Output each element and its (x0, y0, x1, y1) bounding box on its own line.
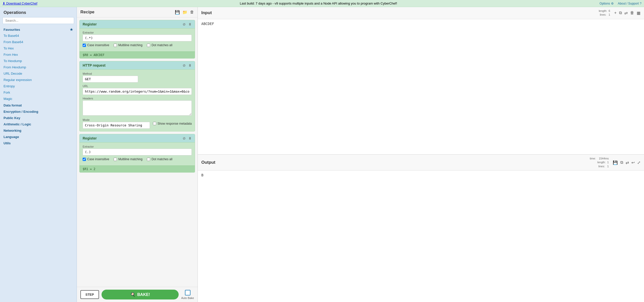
section-favourites: Favourites ★ (0, 26, 77, 33)
options-icon: ⚙ (611, 2, 614, 5)
register-1-case-insensitive-label: Case insensitive (87, 43, 109, 47)
http-mode-group: Mode (83, 118, 150, 129)
http-mode-input[interactable] (83, 122, 150, 129)
input-window-icon[interactable]: ⧉ (619, 11, 622, 15)
http-show-response-checkbox[interactable] (153, 122, 156, 125)
options-link[interactable]: Options ⚙ (600, 2, 614, 5)
http-url-input[interactable] (83, 88, 192, 95)
sidebar-item-from-base64[interactable]: From Base64 (0, 39, 77, 45)
http-request-op-body: Method URL Headers Mode (80, 70, 195, 131)
register-op-1-icons: ⊘ ⏸ (183, 22, 192, 26)
sidebar-item-from-hexdump[interactable]: From Hexdump (0, 64, 77, 70)
register-op-1-pause-icon[interactable]: ⏸ (188, 22, 192, 26)
input-swap-icon[interactable]: ⇄ (624, 11, 628, 15)
register-1-multiline[interactable]: Multiline matching (114, 43, 142, 47)
register-2-multiline-checkbox[interactable] (114, 158, 117, 161)
sidebar-item-entropy[interactable]: Entropy (0, 83, 77, 89)
step-button[interactable]: STEP (80, 290, 99, 299)
http-request-disable-icon[interactable]: ⊘ (183, 63, 186, 67)
right-panels: Input length: 6 lines: 1 + ⧉ ⇄ 🗑 ▦ AB (198, 7, 644, 302)
http-method-group: Method (83, 72, 192, 83)
sidebar-item-to-hex[interactable]: To Hex (0, 45, 77, 51)
input-length-meta: length: 6 (599, 9, 610, 13)
recipe-save-icon[interactable]: 💾 (175, 10, 180, 15)
register-op-2-disable-icon[interactable]: ⊘ (183, 136, 186, 140)
top-banner: ⬇ Download CyberChef Last build: 7 days … (0, 0, 644, 7)
output-undo-icon[interactable]: ↩ (631, 160, 635, 165)
input-lines-meta: lines: 1 (599, 13, 610, 17)
register-op-2-pause-icon[interactable]: ⏸ (188, 136, 192, 140)
register-op-1-disable-icon[interactable]: ⊘ (183, 22, 186, 26)
register-1-case-insensitive-checkbox[interactable] (83, 44, 86, 47)
sidebar-title: Operations (0, 7, 77, 17)
recipe-header-icons: 💾 📁 🗑 (175, 10, 194, 15)
sidebar-item-url-decode[interactable]: URL Decode (0, 70, 77, 77)
download-link[interactable]: ⬇ Download CyberChef (3, 2, 37, 5)
register-2-case-insensitive[interactable]: Case insensitive (83, 157, 109, 161)
http-mode-label: Mode (83, 118, 150, 121)
recipe-load-icon[interactable]: 📁 (182, 10, 187, 15)
register-1-extractor-input[interactable] (83, 35, 192, 41)
register-1-result: $R0 = ABCDEF (80, 51, 195, 58)
output-swap-icon[interactable]: ⇄ (626, 160, 629, 165)
sidebar: Operations Favourites ★ To Base64 From B… (0, 7, 77, 302)
http-method-input[interactable] (83, 76, 138, 83)
http-request-pause-icon[interactable]: ⏸ (188, 63, 192, 67)
http-headers-textarea[interactable] (83, 100, 192, 116)
recipe-clear-icon[interactable]: 🗑 (190, 10, 194, 14)
input-layout-icon[interactable]: ▦ (637, 11, 640, 15)
recipe-header: Recipe 💾 📁 🗑 (77, 7, 198, 17)
bake-button[interactable]: 🍳 BAKE! (102, 290, 179, 299)
section-encryption: Encryption / Encoding (0, 108, 77, 115)
section-arithmetic: Arithmetic / Logic (0, 121, 77, 127)
input-clear-icon[interactable]: 🗑 (630, 11, 634, 15)
register-1-multiline-checkbox[interactable] (114, 44, 117, 47)
register-2-extractor-input[interactable] (83, 149, 192, 155)
input-panel-icons: + ⧉ ⇄ 🗑 ▦ (614, 11, 640, 15)
http-headers-label: Headers (83, 97, 192, 100)
sidebar-item-regex[interactable]: Regular expression (0, 77, 77, 83)
register-1-extractor-group: Extractor (83, 31, 192, 41)
register-2-multiline[interactable]: Multiline matching (114, 157, 142, 161)
about-link[interactable]: About / Support ? (618, 2, 641, 5)
sidebar-item-to-base64[interactable]: To Base64 (0, 33, 77, 39)
register-2-checkboxes: Case insensitive Multiline matching Dot … (83, 157, 192, 161)
section-networking-label: Networking (4, 129, 21, 132)
input-panel: Input length: 6 lines: 1 + ⧉ ⇄ 🗑 ▦ AB (198, 7, 644, 155)
http-mode-row: Mode Show response metadata (83, 118, 192, 129)
recipe-footer: STEP 🍳 BAKE! Auto Bake (77, 287, 198, 302)
output-area: B (198, 171, 644, 302)
output-fullscreen-icon[interactable]: ⤢ (637, 160, 640, 165)
output-save-icon[interactable]: 💾 (613, 160, 618, 165)
bake-label: BAKE! (137, 292, 150, 297)
output-panel-meta: time: 1544ms length: 1 lines: 1 (590, 157, 609, 168)
input-area[interactable]: ABCDEF (198, 19, 644, 154)
register-op-1-body: Extractor Case insensitive Multiline mat… (80, 29, 195, 51)
http-request-op-header: HTTP request ⊘ ⏸ (80, 61, 195, 70)
register-2-result: $R1 = 2 (80, 166, 195, 172)
output-copy-icon[interactable]: ⧉ (620, 160, 623, 165)
register-2-dot-matches[interactable]: Dot matches all (147, 157, 172, 161)
options-label: Options (600, 2, 610, 5)
register-1-dot-matches-checkbox[interactable] (147, 44, 150, 47)
register-1-case-insensitive[interactable]: Case insensitive (83, 43, 109, 47)
auto-bake-area: Auto Bake (181, 290, 194, 299)
sidebar-item-to-hexdump[interactable]: To Hexdump (0, 58, 77, 64)
sidebar-item-from-hex[interactable]: From Hex (0, 51, 77, 58)
register-1-multiline-label: Multiline matching (118, 43, 142, 47)
output-lines-meta: lines: 1 (590, 164, 609, 168)
http-show-response[interactable]: Show response metadata (153, 122, 192, 125)
search-input[interactable] (3, 17, 74, 24)
auto-bake-checkbox[interactable] (185, 290, 190, 295)
sidebar-item-magic[interactable]: Magic (0, 96, 77, 102)
http-url-group: URL (83, 85, 192, 95)
sidebar-item-fork[interactable]: Fork (0, 89, 77, 96)
bake-icon: 🍳 (130, 292, 135, 297)
section-public-key: Public Key (0, 115, 77, 121)
about-icon: ? (640, 2, 641, 5)
input-add-icon[interactable]: + (614, 11, 617, 15)
register-2-dot-matches-checkbox[interactable] (147, 158, 150, 161)
register-1-dot-matches[interactable]: Dot matches all (147, 43, 172, 47)
input-panel-title: Input (201, 10, 212, 15)
register-2-case-insensitive-checkbox[interactable] (83, 158, 86, 161)
